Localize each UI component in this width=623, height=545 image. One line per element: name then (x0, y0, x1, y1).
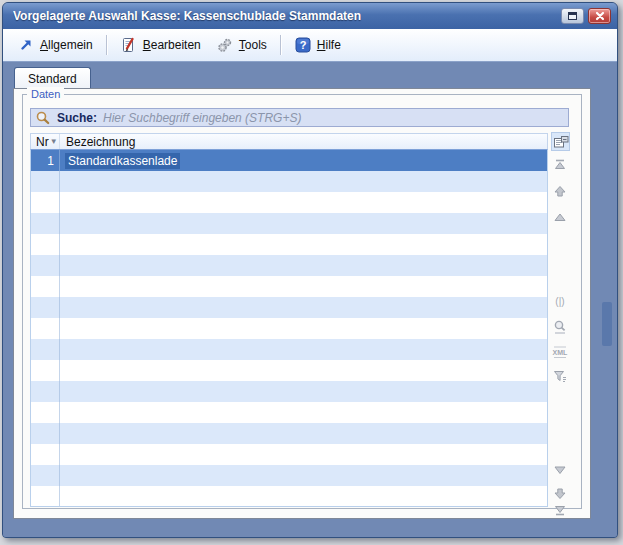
svg-text:XML: XML (553, 349, 568, 356)
table-row[interactable]: 1Standardkassenlade (31, 150, 547, 171)
table-row[interactable] (31, 360, 547, 381)
toolbar: Allgemein Bearbeiten Tools (3, 29, 617, 62)
cell-nr (31, 255, 60, 276)
window-title: Vorgelagerte Auswahl Kasse: Kassenschubl… (13, 9, 561, 23)
close-icon (595, 11, 605, 21)
dialog-window: Vorgelagerte Auswahl Kasse: Kassenschubl… (2, 2, 618, 538)
scroll-up-icon[interactable] (552, 209, 568, 225)
cell-bezeichnung (60, 276, 547, 297)
column-chooser-icon (553, 134, 569, 150)
move-down-icon[interactable] (552, 486, 568, 502)
cell-bezeichnung (60, 381, 547, 402)
cell-nr (31, 444, 60, 465)
restore-icon (568, 12, 577, 20)
search-icon (35, 110, 51, 126)
side-toolbar: (|) XML (550, 150, 570, 512)
toolbar-item-label: Tools (239, 38, 267, 52)
cell-nr (31, 360, 60, 381)
daten-groupbox: Daten Suche: Hier Suchbegriff eingeben (… (22, 94, 582, 509)
move-up-icon[interactable] (552, 183, 568, 199)
table-row[interactable] (31, 318, 547, 339)
edit-document-icon (121, 37, 137, 53)
table-row[interactable] (31, 192, 547, 213)
column-chooser-button[interactable] (551, 132, 570, 151)
table-row[interactable] (31, 402, 547, 423)
collapse-columns-icon[interactable]: (|) (552, 294, 568, 310)
cell-nr (31, 423, 60, 444)
table-row[interactable] (31, 234, 547, 255)
toolbar-item-label: Hilfe (317, 38, 341, 52)
desktop: { "window": { "title": "Vorgelagerte Aus… (0, 0, 623, 545)
cell-nr (31, 465, 60, 486)
table-row[interactable] (31, 255, 547, 276)
cell-nr (31, 234, 60, 255)
cell-nr (31, 171, 60, 192)
svg-text:(|): (|) (555, 296, 564, 307)
cell-bezeichnung (60, 465, 547, 486)
table-row[interactable] (31, 444, 547, 465)
cell-nr (31, 402, 60, 423)
cell-nr (31, 192, 60, 213)
titlebar[interactable]: Vorgelagerte Auswahl Kasse: Kassenschubl… (3, 3, 617, 29)
scroll-down-icon[interactable] (552, 462, 568, 478)
cell-bezeichnung (60, 486, 547, 507)
cell-bezeichnung (60, 255, 547, 276)
cell-bezeichnung (60, 192, 547, 213)
tab-content-panel: Daten Suche: Hier Suchbegriff eingeben (… (13, 88, 591, 519)
search-placeholder: Hier Suchbegriff eingeben (STRG+S) (103, 111, 301, 125)
toolbar-separator (106, 35, 108, 55)
cell-bezeichnung (60, 444, 547, 465)
cell-bezeichnung (60, 318, 547, 339)
toolbar-item-tools[interactable]: Tools (210, 33, 274, 57)
cell-nr (31, 486, 60, 507)
toolbar-item-bearbeiten[interactable]: Bearbeiten (114, 33, 208, 57)
sort-icon: ▼ (50, 138, 58, 146)
table-row[interactable] (31, 465, 547, 486)
column-header-bezeichnung[interactable]: Bezeichnung (60, 134, 547, 149)
search-input[interactable]: Suche: Hier Suchbegriff eingeben (STRG+S… (30, 108, 569, 127)
open-arrow-icon (18, 37, 34, 53)
titlebar-buttons (561, 8, 611, 24)
xml-export-icon[interactable]: XML (552, 344, 568, 360)
svg-text:?: ? (299, 39, 306, 51)
cell-nr (31, 213, 60, 234)
cell-bezeichnung (60, 213, 547, 234)
cell-nr (31, 297, 60, 318)
cell-nr (31, 339, 60, 360)
close-button[interactable] (588, 8, 611, 24)
search-label: Suche: (57, 111, 97, 125)
cell-bezeichnung (60, 423, 547, 444)
table-row[interactable] (31, 486, 547, 507)
gears-icon (217, 37, 233, 53)
table-row[interactable] (31, 276, 547, 297)
zoom-search-icon[interactable] (552, 319, 568, 335)
table-row[interactable] (31, 381, 547, 402)
table-row[interactable] (31, 423, 547, 444)
filter-icon[interactable] (552, 368, 568, 384)
cell-bezeichnung (60, 171, 547, 192)
table-row[interactable] (31, 297, 547, 318)
move-to-bottom-icon[interactable] (552, 502, 568, 518)
cell-bezeichnung (60, 234, 547, 255)
tab-standard[interactable]: Standard (14, 67, 91, 89)
cell-bezeichnung (60, 360, 547, 381)
move-to-top-icon[interactable] (552, 157, 568, 173)
window-edge-highlight (602, 302, 612, 346)
toolbar-item-label: Allgemein (40, 38, 93, 52)
toolbar-item-allgemein[interactable]: Allgemein (11, 33, 100, 57)
toolbar-item-hilfe[interactable]: ? Hilfe (288, 33, 348, 57)
selected-row-text: Standardkassenlade (65, 153, 180, 169)
cell-bezeichnung (60, 297, 547, 318)
cell-bezeichnung: Standardkassenlade (60, 150, 547, 171)
table-header: Nr ▼ Bezeichnung (30, 133, 548, 150)
table-row[interactable] (31, 171, 547, 192)
table-row[interactable] (31, 213, 547, 234)
help-icon: ? (295, 37, 311, 53)
table-row[interactable] (31, 339, 547, 360)
groupbox-label: Daten (27, 87, 64, 101)
column-header-nr[interactable]: Nr ▼ (31, 134, 60, 149)
cell-nr (31, 318, 60, 339)
cell-bezeichnung (60, 402, 547, 423)
tab-label: Standard (28, 72, 77, 86)
restore-button[interactable] (561, 8, 584, 24)
